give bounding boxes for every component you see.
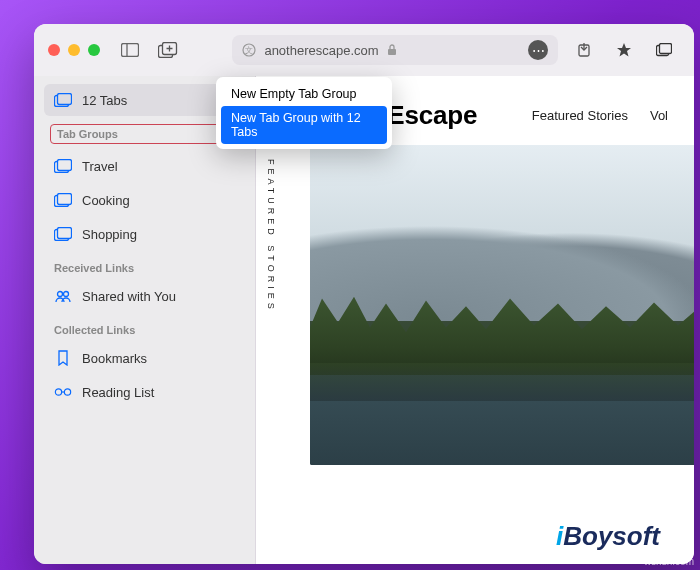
hero-area: FEATURED STORIES [256, 145, 694, 465]
tabs-icon [54, 91, 72, 109]
minimize-button[interactable] [68, 44, 80, 56]
shared-with-you[interactable]: Shared with You [44, 280, 245, 312]
tab-group-label: Cooking [82, 193, 130, 208]
hero-image [310, 145, 694, 465]
traffic-lights [48, 44, 100, 56]
folder-icon [54, 157, 72, 175]
tabs-overview-button[interactable] [648, 36, 680, 64]
svg-rect-13 [660, 44, 672, 54]
bookmarks-label: Bookmarks [82, 351, 147, 366]
dropdown-new-with-tabs[interactable]: New Tab Group with 12 Tabs [221, 106, 387, 144]
svg-point-22 [58, 292, 63, 297]
nav-link-vol[interactable]: Vol [650, 108, 668, 123]
extensions-button[interactable] [608, 36, 640, 64]
folder-icon [54, 191, 72, 209]
tab-group-cooking[interactable]: Cooking [44, 184, 245, 216]
toolbar-right [568, 36, 680, 64]
svg-rect-0 [122, 44, 139, 57]
reading-list-label: Reading List [82, 385, 154, 400]
bookmark-icon [54, 349, 72, 367]
tabs-count-label: 12 Tabs [82, 93, 127, 108]
close-button[interactable] [48, 44, 60, 56]
svg-text:文: 文 [245, 46, 253, 55]
svg-rect-21 [58, 228, 72, 239]
tabs-count-item[interactable]: 12 Tabs [44, 84, 245, 116]
tab-group-travel[interactable]: Travel [44, 150, 245, 182]
watermark: iBoysoft [556, 521, 660, 552]
address-bar[interactable]: 文 anotherescape.com ⋯ [232, 35, 558, 65]
reader-icon: 文 [242, 43, 256, 57]
lock-icon [387, 44, 397, 56]
tab-group-shopping[interactable]: Shopping [44, 218, 245, 250]
svg-rect-17 [58, 160, 72, 171]
people-icon [54, 287, 72, 305]
corner-watermark: wsxdn.com [644, 556, 694, 567]
webpage: Another Escape Featured Stories Vol FEAT… [256, 76, 694, 564]
tab-group-label: Shopping [82, 227, 137, 242]
folder-icon [54, 225, 72, 243]
sidebar: 12 Tabs Tab Groups Travel Cooking Shopp [34, 76, 256, 564]
svg-rect-19 [58, 194, 72, 205]
vertical-label: FEATURED STORIES [266, 159, 276, 313]
dropdown-new-empty[interactable]: New Empty Tab Group [221, 82, 387, 106]
watermark-rest: Boysoft [563, 521, 660, 551]
maximize-button[interactable] [88, 44, 100, 56]
shared-label: Shared with You [82, 289, 176, 304]
svg-rect-8 [388, 49, 396, 55]
section-received-links: Received Links [44, 252, 245, 278]
url-text: anotherescape.com [264, 43, 379, 58]
reading-list[interactable]: Reading List [44, 376, 245, 408]
svg-marker-11 [617, 43, 631, 57]
bookmarks[interactable]: Bookmarks [44, 342, 245, 374]
nav-link-featured[interactable]: Featured Stories [532, 108, 628, 123]
tab-group-dropdown: New Empty Tab Group New Tab Group with 1… [216, 77, 392, 149]
tab-group-label: Travel [82, 159, 118, 174]
new-tab-group-button[interactable] [154, 36, 182, 64]
section-tab-groups: Tab Groups [50, 124, 239, 144]
toolbar: 文 anotherescape.com ⋯ [34, 24, 694, 76]
svg-point-25 [64, 389, 70, 395]
content-area: 12 Tabs Tab Groups Travel Cooking Shopp [34, 76, 694, 564]
nav-links: Featured Stories Vol [532, 108, 668, 123]
section-collected-links: Collected Links [44, 314, 245, 340]
sidebar-toggle-button[interactable] [116, 36, 144, 64]
svg-point-24 [55, 389, 61, 395]
glasses-icon [54, 383, 72, 401]
downloads-button[interactable] [568, 36, 600, 64]
svg-point-23 [64, 292, 69, 297]
page-actions-button[interactable]: ⋯ [528, 40, 548, 60]
svg-rect-15 [58, 94, 72, 105]
